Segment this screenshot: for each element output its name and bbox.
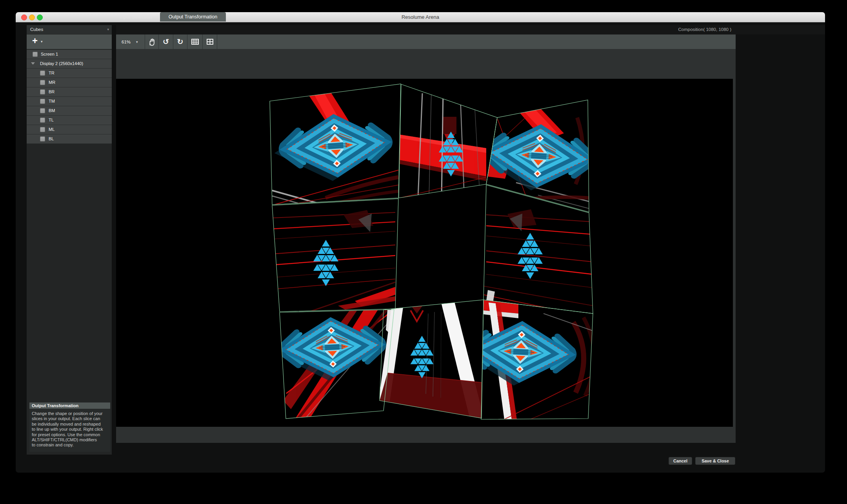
zoom-level-value: 61%	[122, 40, 131, 44]
sidebar-item-screen-1[interactable]: Screen 1	[27, 50, 112, 59]
row-label: BM	[49, 106, 55, 115]
app-window: Resolume Arena Cubes ▾ + ▾ Screen 1 Disp…	[16, 12, 825, 473]
pan-tool-button[interactable]	[145, 34, 159, 49]
canvas-toolbar: 61% ▾ ↺ ↻	[116, 34, 736, 49]
sidebar-item-br[interactable]: BR	[27, 87, 112, 97]
slice-checkbox[interactable]	[40, 136, 45, 141]
row-label: MR	[49, 78, 55, 87]
row-label: BL	[49, 134, 54, 143]
composition-size-label: Composition( 1080, 1080 )	[678, 27, 731, 32]
save-close-button[interactable]: Save & Close	[695, 457, 735, 465]
slice-checkbox[interactable]	[40, 71, 45, 76]
minimize-icon[interactable]	[29, 15, 35, 20]
maximize-icon[interactable]	[37, 15, 43, 20]
undo-icon: ↺	[163, 37, 169, 46]
slice-checkbox[interactable]	[40, 118, 45, 123]
sidebar-toolbar: + ▾	[27, 34, 112, 49]
cancel-button[interactable]: Cancel	[669, 457, 692, 465]
output-transformation-view[interactable]	[116, 79, 733, 427]
row-label: Display 2 (2560x1440)	[40, 59, 83, 68]
quad-split-icon	[207, 39, 213, 45]
help-panel-title: Output Transformation	[29, 402, 110, 409]
close-icon[interactable]	[21, 15, 27, 20]
add-slice-dropdown-icon[interactable]: ▾	[41, 40, 43, 44]
canvas-area	[116, 49, 736, 443]
chevron-down-icon: ▾	[136, 40, 138, 44]
add-slice-button[interactable]: +	[32, 35, 38, 46]
collapse-triangle-icon[interactable]	[31, 62, 35, 65]
row-label: TL	[49, 116, 54, 125]
preset-dropdown[interactable]: Cubes ▾	[27, 25, 112, 34]
slice-layout-button[interactable]	[203, 34, 217, 49]
screen-checkbox[interactable]	[33, 52, 38, 57]
undo-button[interactable]: ↺	[159, 34, 173, 49]
slice-checkbox[interactable]	[40, 127, 45, 132]
sidebar-item-bl[interactable]: BL	[27, 134, 112, 144]
row-label: TR	[49, 69, 55, 78]
output-canvas[interactable]	[116, 79, 733, 427]
show-grid-button[interactable]	[187, 34, 203, 49]
sidebar-item-tl[interactable]: TL	[27, 116, 112, 125]
grid-icon	[191, 39, 199, 45]
sidebar-item-mr[interactable]: MR	[27, 78, 112, 87]
row-label: Screen 1	[41, 50, 58, 59]
chevron-down-icon: ▾	[107, 25, 109, 34]
tab-input-selection[interactable]: Input Selection	[117, 12, 154, 22]
hand-icon	[148, 38, 156, 46]
redo-button[interactable]: ↻	[173, 34, 187, 49]
help-panel-body: Change the shape or position of your sli…	[29, 409, 110, 452]
sidebar-item-tr[interactable]: TR	[27, 69, 112, 78]
sidebar-item-bm[interactable]: BM	[27, 106, 112, 116]
row-label: TM	[49, 97, 55, 106]
slice-checkbox[interactable]	[40, 80, 45, 85]
sidebar-item-tm[interactable]: TM	[27, 97, 112, 106]
help-panel: Output Transformation Change the shape o…	[29, 402, 110, 452]
slice-checkbox[interactable]	[40, 99, 45, 104]
slice-checkbox[interactable]	[40, 89, 45, 94]
slice-checkbox[interactable]	[40, 108, 45, 113]
tab-output-transformation[interactable]: Output Transformation	[160, 12, 226, 22]
row-label: ML	[49, 125, 55, 134]
redo-icon: ↻	[177, 37, 184, 46]
sidebar-item-ml[interactable]: ML	[27, 125, 112, 134]
row-label: BR	[49, 87, 55, 96]
sidebar-item-display-2[interactable]: Display 2 (2560x1440)	[27, 59, 112, 69]
preset-dropdown-value: Cubes	[27, 27, 43, 32]
zoom-level-dropdown[interactable]: 61% ▾	[116, 34, 145, 49]
